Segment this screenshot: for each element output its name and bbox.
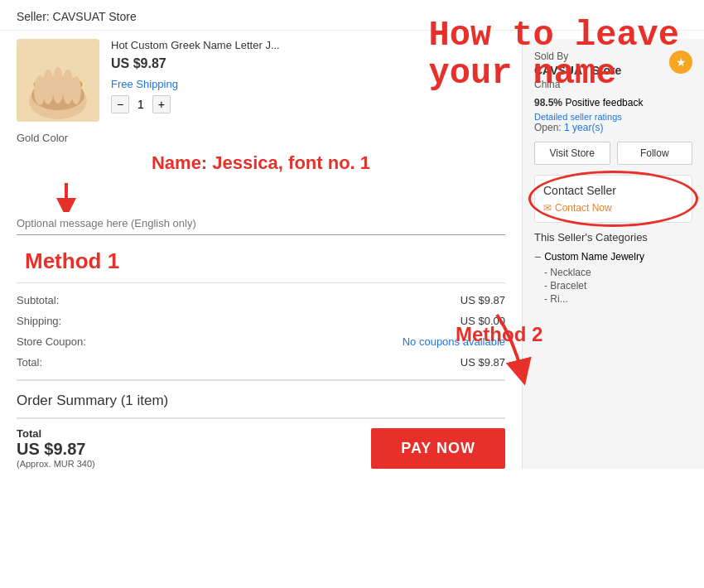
coupon-row: Store Coupon: No coupons available xyxy=(17,331,505,352)
follow-button[interactable]: Follow xyxy=(617,142,693,165)
svg-point-9 xyxy=(71,76,81,104)
open-label: Open: xyxy=(534,122,562,133)
arrow-down-container xyxy=(17,179,505,212)
seller-name: CAVSUAT Store xyxy=(53,10,137,23)
how-to-line1: How to leave xyxy=(429,17,679,55)
total-label: Total: xyxy=(17,356,42,369)
pay-total-amount: US $9.87 xyxy=(17,440,95,459)
open-row: Open: 1 year(s) xyxy=(534,122,692,133)
envelope-icon: ✉ xyxy=(543,202,552,214)
name-annotation: Name: Jessica, font no. 1 xyxy=(17,152,505,174)
pay-section: Total US $9.87 (Approx. MUR 340) PAY NOW xyxy=(17,427,505,469)
contact-seller-section: Contact Seller ✉ Contact Now xyxy=(534,175,692,223)
subtotal-row: Subtotal: US $9.87 xyxy=(17,290,505,311)
divider-2 xyxy=(17,379,505,381)
quantity-value: 1 xyxy=(137,98,144,111)
how-to-title: How to leave your name xyxy=(429,17,679,93)
contact-circle-decoration xyxy=(528,171,698,227)
open-value: 1 year(s) xyxy=(564,122,603,133)
category-main-row: − Custom Name Jewelry xyxy=(534,250,692,263)
total-value: US $9.87 xyxy=(460,356,505,369)
contact-seller-title: Contact Seller xyxy=(543,184,683,197)
svg-point-7 xyxy=(52,67,64,104)
optional-message-input[interactable] xyxy=(17,212,505,235)
seller-actions: Visit Store Follow xyxy=(534,142,692,165)
divider-1 xyxy=(17,282,505,283)
name-annotation-text: Name: Jessica, font no. 1 xyxy=(152,152,370,173)
shipping-row: Shipping: US $0.00 xyxy=(17,311,505,331)
sub-item-necklace: - Necklace xyxy=(534,267,692,278)
seller-label: Seller: xyxy=(17,10,50,23)
feedback-label: Positive feedback xyxy=(565,97,643,108)
main-content: Jessica Hot Custom Greek Name Letter J..… xyxy=(0,31,704,477)
arrow-down-svg xyxy=(50,179,83,212)
pay-now-button[interactable]: PAY NOW xyxy=(371,428,505,469)
shipping-label: Shipping: xyxy=(17,315,61,327)
order-summary-title: Order Summary (1 item) xyxy=(17,393,505,409)
contact-now-text[interactable]: Contact Now xyxy=(555,202,612,214)
color-label: Gold Color xyxy=(17,132,505,144)
feedback-link[interactable]: Detailed seller ratings xyxy=(534,112,692,122)
method1-label: Method 1 xyxy=(17,248,505,274)
pay-total-label: Total xyxy=(17,427,95,440)
contact-now-link[interactable]: ✉ Contact Now xyxy=(543,202,683,214)
left-panel: Jessica Hot Custom Greek Name Letter J..… xyxy=(0,39,522,469)
pay-total-info: Total US $9.87 (Approx. MUR 340) xyxy=(17,427,95,469)
sub-item-more: - Ri... xyxy=(534,293,692,305)
page-wrapper: Seller: CAVSUAT Store How to leave your … xyxy=(0,0,704,588)
divider-3 xyxy=(17,417,505,419)
product-image-svg: Jessica xyxy=(17,39,99,122)
svg-point-6 xyxy=(42,70,54,104)
method2-annotation: Method 2 xyxy=(456,323,542,346)
category-main-label: Custom Name Jewelry xyxy=(544,251,644,263)
quantity-decrease-button[interactable]: − xyxy=(111,95,129,113)
quantity-row: − 1 + xyxy=(111,95,505,113)
subtotal-label: Subtotal: xyxy=(17,294,59,306)
category-toggle[interactable]: − xyxy=(534,250,541,263)
coupon-label: Store Coupon: xyxy=(17,335,86,348)
feedback-row: 98.5% Positive feedback xyxy=(534,97,692,108)
subtotal-value: US $9.87 xyxy=(460,294,505,306)
feedback-pct: 98.5% xyxy=(534,97,562,108)
optional-input-area xyxy=(17,212,505,235)
quantity-increase-button[interactable]: + xyxy=(152,95,171,113)
right-panel: Sold By ★ CAVSUAT Store China 98.5% Posi… xyxy=(522,39,704,469)
visit-store-button[interactable]: Visit Store xyxy=(534,142,610,165)
categories-title: This Seller's Categories xyxy=(534,231,692,243)
pay-approx: (Approx. MUR 340) xyxy=(17,459,95,469)
how-to-line2: your name xyxy=(429,55,679,93)
total-row: Total: US $9.87 xyxy=(17,352,505,373)
sub-item-bracelet: - Bracelet xyxy=(534,280,692,292)
product-image: Jessica xyxy=(17,39,99,122)
